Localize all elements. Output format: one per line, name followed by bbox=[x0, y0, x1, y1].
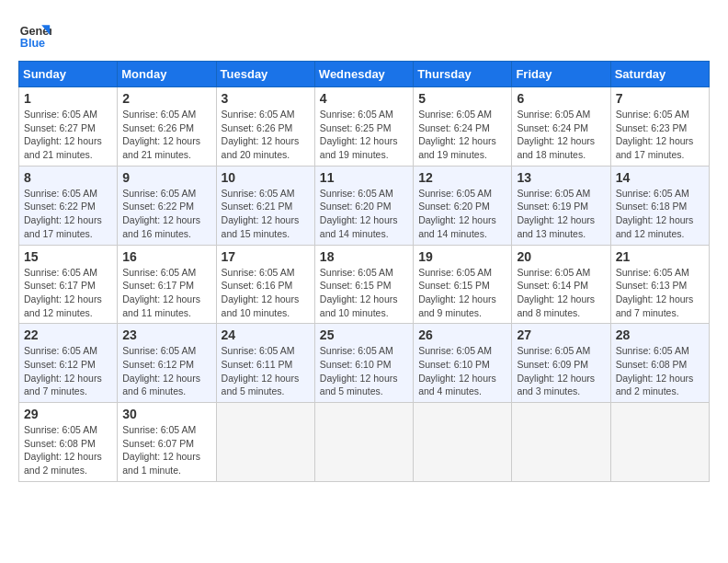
day-info: Sunrise: 6:05 AMSunset: 6:24 PMDaylight:… bbox=[517, 108, 605, 162]
day-number: 12 bbox=[418, 170, 506, 185]
day-info: Sunrise: 6:05 AMSunset: 6:27 PMDaylight:… bbox=[24, 108, 112, 162]
day-number: 5 bbox=[418, 91, 506, 106]
calendar-day: 17Sunrise: 6:05 AMSunset: 6:16 PMDayligh… bbox=[216, 245, 314, 324]
calendar-day: 29Sunrise: 6:05 AMSunset: 6:08 PMDayligh… bbox=[19, 403, 118, 482]
svg-text:Blue: Blue bbox=[20, 37, 45, 50]
calendar-day: 3Sunrise: 6:05 AMSunset: 6:26 PMDaylight… bbox=[216, 87, 314, 167]
calendar-day: 10Sunrise: 6:05 AMSunset: 6:21 PMDayligh… bbox=[216, 166, 314, 245]
calendar-day: 28Sunrise: 6:05 AMSunset: 6:08 PMDayligh… bbox=[610, 324, 709, 403]
day-info: Sunrise: 6:05 AMSunset: 6:09 PMDaylight:… bbox=[517, 344, 605, 398]
day-info: Sunrise: 6:05 AMSunset: 6:20 PMDaylight:… bbox=[418, 187, 506, 241]
day-number: 4 bbox=[320, 91, 408, 106]
logo: General Blue bbox=[18, 18, 51, 52]
calendar-day: 7Sunrise: 6:05 AMSunset: 6:23 PMDaylight… bbox=[610, 87, 709, 167]
day-number: 7 bbox=[616, 91, 704, 106]
calendar-day bbox=[216, 403, 314, 482]
calendar-day: 1Sunrise: 6:05 AMSunset: 6:27 PMDaylight… bbox=[19, 87, 118, 167]
day-info: Sunrise: 6:05 AMSunset: 6:26 PMDaylight:… bbox=[222, 108, 310, 162]
calendar-week-row: 8Sunrise: 6:05 AMSunset: 6:22 PMDaylight… bbox=[19, 166, 710, 245]
calendar-day: 23Sunrise: 6:05 AMSunset: 6:12 PMDayligh… bbox=[118, 324, 216, 403]
calendar-week-row: 15Sunrise: 6:05 AMSunset: 6:17 PMDayligh… bbox=[19, 245, 710, 324]
calendar-day: 6Sunrise: 6:05 AMSunset: 6:24 PMDaylight… bbox=[512, 87, 610, 167]
day-info: Sunrise: 6:05 AMSunset: 6:20 PMDaylight:… bbox=[320, 187, 408, 241]
day-number: 23 bbox=[122, 327, 210, 342]
weekday-header-saturday: Saturday bbox=[610, 62, 709, 87]
day-number: 17 bbox=[222, 249, 310, 264]
calendar-day: 18Sunrise: 6:05 AMSunset: 6:15 PMDayligh… bbox=[314, 245, 413, 324]
day-info: Sunrise: 6:05 AMSunset: 6:11 PMDaylight:… bbox=[222, 344, 310, 398]
calendar-week-row: 1Sunrise: 6:05 AMSunset: 6:27 PMDaylight… bbox=[19, 87, 710, 167]
day-info: Sunrise: 6:05 AMSunset: 6:13 PMDaylight:… bbox=[616, 266, 704, 320]
calendar-week-row: 29Sunrise: 6:05 AMSunset: 6:08 PMDayligh… bbox=[19, 403, 710, 482]
day-info: Sunrise: 6:05 AMSunset: 6:10 PMDaylight:… bbox=[418, 344, 506, 398]
day-number: 24 bbox=[222, 327, 310, 342]
day-info: Sunrise: 6:05 AMSunset: 6:21 PMDaylight:… bbox=[222, 187, 310, 241]
day-info: Sunrise: 6:05 AMSunset: 6:12 PMDaylight:… bbox=[122, 344, 210, 398]
logo-icon: General Blue bbox=[18, 18, 51, 52]
day-number: 11 bbox=[320, 170, 408, 185]
day-number: 21 bbox=[616, 249, 704, 264]
calendar-header-row: SundayMondayTuesdayWednesdayThursdayFrid… bbox=[19, 62, 710, 87]
calendar-day: 4Sunrise: 6:05 AMSunset: 6:25 PMDaylight… bbox=[314, 87, 413, 167]
calendar-day: 13Sunrise: 6:05 AMSunset: 6:19 PMDayligh… bbox=[512, 166, 610, 245]
day-number: 14 bbox=[616, 170, 704, 185]
calendar-day: 14Sunrise: 6:05 AMSunset: 6:18 PMDayligh… bbox=[610, 166, 709, 245]
weekday-header-sunday: Sunday bbox=[19, 62, 118, 87]
day-info: Sunrise: 6:05 AMSunset: 6:18 PMDaylight:… bbox=[616, 187, 704, 241]
calendar-day: 12Sunrise: 6:05 AMSunset: 6:20 PMDayligh… bbox=[414, 166, 512, 245]
day-number: 29 bbox=[24, 407, 112, 421]
calendar-day: 16Sunrise: 6:05 AMSunset: 6:17 PMDayligh… bbox=[118, 245, 216, 324]
day-number: 13 bbox=[517, 170, 605, 185]
calendar-day: 5Sunrise: 6:05 AMSunset: 6:24 PMDaylight… bbox=[414, 87, 512, 167]
day-info: Sunrise: 6:05 AMSunset: 6:15 PMDaylight:… bbox=[320, 266, 408, 320]
weekday-header-thursday: Thursday bbox=[414, 62, 512, 87]
day-number: 9 bbox=[122, 170, 210, 185]
calendar-week-row: 22Sunrise: 6:05 AMSunset: 6:12 PMDayligh… bbox=[19, 324, 710, 403]
calendar-day: 15Sunrise: 6:05 AMSunset: 6:17 PMDayligh… bbox=[19, 245, 118, 324]
calendar-day: 19Sunrise: 6:05 AMSunset: 6:15 PMDayligh… bbox=[414, 245, 512, 324]
day-number: 27 bbox=[517, 327, 605, 342]
day-info: Sunrise: 6:05 AMSunset: 6:12 PMDaylight:… bbox=[24, 344, 112, 398]
day-info: Sunrise: 6:05 AMSunset: 6:10 PMDaylight:… bbox=[320, 344, 408, 398]
day-info: Sunrise: 6:05 AMSunset: 6:17 PMDaylight:… bbox=[24, 266, 112, 320]
day-info: Sunrise: 6:05 AMSunset: 6:19 PMDaylight:… bbox=[517, 187, 605, 241]
calendar-day: 20Sunrise: 6:05 AMSunset: 6:14 PMDayligh… bbox=[512, 245, 610, 324]
weekday-header-wednesday: Wednesday bbox=[314, 62, 413, 87]
day-number: 3 bbox=[222, 91, 310, 106]
page-header: General Blue bbox=[18, 18, 710, 52]
calendar-day: 22Sunrise: 6:05 AMSunset: 6:12 PMDayligh… bbox=[19, 324, 118, 403]
day-number: 6 bbox=[517, 91, 605, 106]
calendar-day: 9Sunrise: 6:05 AMSunset: 6:22 PMDaylight… bbox=[118, 166, 216, 245]
day-number: 2 bbox=[122, 91, 210, 106]
calendar-day: 24Sunrise: 6:05 AMSunset: 6:11 PMDayligh… bbox=[216, 324, 314, 403]
calendar-day: 26Sunrise: 6:05 AMSunset: 6:10 PMDayligh… bbox=[414, 324, 512, 403]
calendar-day bbox=[414, 403, 512, 482]
day-info: Sunrise: 6:05 AMSunset: 6:22 PMDaylight:… bbox=[24, 187, 112, 241]
calendar-day bbox=[512, 403, 610, 482]
calendar-day: 30Sunrise: 6:05 AMSunset: 6:07 PMDayligh… bbox=[118, 403, 216, 482]
day-number: 22 bbox=[24, 327, 112, 342]
day-number: 26 bbox=[418, 327, 506, 342]
day-number: 18 bbox=[320, 249, 408, 264]
day-number: 20 bbox=[517, 249, 605, 264]
day-number: 1 bbox=[24, 91, 112, 106]
day-number: 16 bbox=[122, 249, 210, 264]
weekday-header-monday: Monday bbox=[118, 62, 216, 87]
calendar-day: 2Sunrise: 6:05 AMSunset: 6:26 PMDaylight… bbox=[118, 87, 216, 167]
calendar-day: 27Sunrise: 6:05 AMSunset: 6:09 PMDayligh… bbox=[512, 324, 610, 403]
calendar-day: 11Sunrise: 6:05 AMSunset: 6:20 PMDayligh… bbox=[314, 166, 413, 245]
day-number: 30 bbox=[122, 407, 210, 421]
calendar-day: 25Sunrise: 6:05 AMSunset: 6:10 PMDayligh… bbox=[314, 324, 413, 403]
day-number: 8 bbox=[24, 170, 112, 185]
day-info: Sunrise: 6:05 AMSunset: 6:16 PMDaylight:… bbox=[222, 266, 310, 320]
weekday-header-friday: Friday bbox=[512, 62, 610, 87]
day-number: 25 bbox=[320, 327, 408, 342]
calendar-day: 8Sunrise: 6:05 AMSunset: 6:22 PMDaylight… bbox=[19, 166, 118, 245]
day-number: 10 bbox=[222, 170, 310, 185]
day-info: Sunrise: 6:05 AMSunset: 6:14 PMDaylight:… bbox=[517, 266, 605, 320]
day-number: 19 bbox=[418, 249, 506, 264]
day-info: Sunrise: 6:05 AMSunset: 6:15 PMDaylight:… bbox=[418, 266, 506, 320]
calendar-day: 21Sunrise: 6:05 AMSunset: 6:13 PMDayligh… bbox=[610, 245, 709, 324]
calendar-table: SundayMondayTuesdayWednesdayThursdayFrid… bbox=[18, 61, 710, 482]
day-info: Sunrise: 6:05 AMSunset: 6:26 PMDaylight:… bbox=[122, 108, 210, 162]
